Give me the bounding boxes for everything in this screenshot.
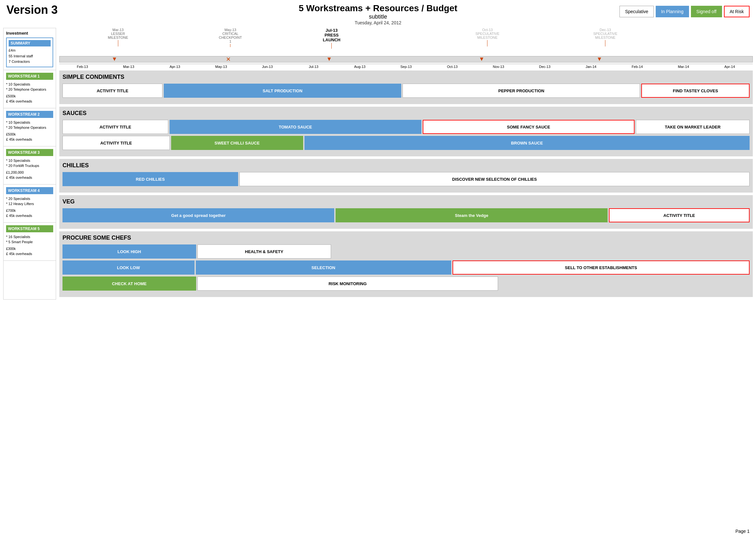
legend-in-planning[interactable]: In Planning <box>656 6 689 17</box>
ws4-bar-spread[interactable]: Get a good spread together <box>63 208 334 222</box>
ws3-budget: £1,200,000£ 45k overheads <box>6 170 53 181</box>
investment-section: Investment SUMMARY £4m55 Internal staff7… <box>4 28 56 70</box>
milestone-oct13: Oct-13SPECULATIVEMILESTONE <box>475 28 499 47</box>
ws5-row: PROCURE SOME CHEFS LOOK HIGH HEALTH & SA… <box>59 231 753 297</box>
ws4-label: WORKSTREAM 4 <box>6 187 53 194</box>
ws5-gantt-row2: LOOK LOW SELECTION SELL TO OTHER ESTABLI… <box>63 261 750 274</box>
ws5-title: PROCURE SOME CHEFS <box>63 234 750 241</box>
arrow-mar13: ▼ <box>111 56 117 62</box>
ws5-empty1 <box>332 244 750 259</box>
ws5-staff: * 16 Specialists* 5 Smart People <box>6 234 53 245</box>
ws1-bar-pepper[interactable]: PEPPER PRODUCTION <box>402 84 640 98</box>
sidebar-ws1: WORKSTREAM 1 * 10 Specialists* 20 Teleph… <box>4 70 56 108</box>
ws2-staff: * 10 Specialists* 20 Telephone Operators <box>6 120 53 130</box>
legend-signed-off[interactable]: Signed off <box>691 6 722 17</box>
ws2-bar-brown[interactable]: BROWN SAUCE <box>305 136 750 150</box>
ws3-bar-discover[interactable]: DISCOVER NEW SELECTION OF CHILLIES <box>239 172 750 186</box>
ws1-bar-cloves[interactable]: FIND TASTEY CLOVES <box>641 84 750 98</box>
milestone-mar13: Mar-13LESSERMILESTONE <box>108 28 128 47</box>
month-oct13: Oct-13 <box>429 64 475 69</box>
sidebar-ws4: WORKSTREAM 4 * 20 Specialists* 12 Heavy … <box>4 185 56 223</box>
ws3-gantt-row1: RED CHILLIES DISCOVER NEW SELECTION OF C… <box>63 172 750 186</box>
ws4-gantt-row1: Get a good spread together Steam the Ved… <box>63 208 750 222</box>
legend-speculative[interactable]: Speculative <box>619 6 653 17</box>
ws4-bar-activity[interactable]: ACTIVITY TITLE <box>609 208 750 222</box>
month-apr13: Apr-13 <box>152 64 198 69</box>
ws2-title: SAUCES <box>63 110 750 117</box>
investment-label: Investment <box>6 31 53 36</box>
ws5-empty2 <box>499 276 750 291</box>
ws5-bar-health[interactable]: HEALTH & SAFETY <box>197 244 331 259</box>
month-aug13: Aug-13 <box>337 64 383 69</box>
arrow-oct13: ▼ <box>479 56 484 62</box>
content-area: Mar-13LESSERMILESTONE May-13CRITICALCHEC… <box>59 28 753 300</box>
ws4-row: VEG Get a good spread together Steam the… <box>59 195 753 229</box>
sidebar-ws5: WORKSTREAM 5 * 16 Specialists* 5 Smart P… <box>4 223 56 261</box>
month-jul13: Jul-13 <box>290 64 337 69</box>
page: Version 3 5 Workstreams + Resources / Bu… <box>0 0 756 537</box>
ws2-bar-fancy[interactable]: SOME FANCY SAUCE <box>423 120 635 134</box>
month-sep13: Sep-13 <box>383 64 429 69</box>
month-feb13: Feb-13 <box>59 64 105 69</box>
summary-label: SUMMARY <box>9 40 51 47</box>
ws1-bar-salt[interactable]: SALT PRODUCTION <box>164 84 401 98</box>
ws4-staff: * 20 Specialists* 12 Heavy Lifters <box>6 196 53 207</box>
ws5-bar-check[interactable]: CHECK AT HOME <box>63 276 196 291</box>
ws5-bar-selection[interactable]: SELECTION <box>196 261 451 274</box>
ws5-bar-look-high[interactable]: LOOK HIGH <box>63 244 196 259</box>
header: Version 3 5 Workstreams + Resources / Bu… <box>3 3 753 25</box>
ws3-row: CHILLIES RED CHILLIES DISCOVER NEW SELEC… <box>59 159 753 192</box>
arrow-jul13: ▼ <box>326 56 332 62</box>
month-jun13: Jun-13 <box>244 64 290 69</box>
ws4-budget: £700k£ 45k overheads <box>6 208 53 219</box>
ws2-bar-activity1[interactable]: ACTIVITY TITLE <box>63 120 168 134</box>
summary-details: £4m55 Internal staff7 Contractors <box>9 48 51 65</box>
ws2-gantt-row1: ACTIVITY TITLE TOMATO SAUCE SOME FANCY S… <box>63 120 750 134</box>
ws5-gantt-row1: LOOK HIGH HEALTH & SAFETY <box>63 244 750 259</box>
ws5-gantt-row3: CHECK AT HOME RISK MONITORING <box>63 276 750 291</box>
ws1-label: WORKSTREAM 1 <box>6 73 53 80</box>
ws5-label: WORKSTREAM 5 <box>6 225 53 232</box>
month-may13: May-13 <box>198 64 244 69</box>
milestone-jul13: Jul-13PRESSLAUNCH <box>323 28 340 49</box>
ws3-staff: * 10 Specialists* 20 Forklift Truckups <box>6 158 53 169</box>
ws2-row: SAUCES ACTIVITY TITLE TOMATO SAUCE SOME … <box>59 107 753 156</box>
ws3-bar-red-chillies[interactable]: RED CHILLIES <box>63 172 238 186</box>
ws2-bar-activity2[interactable]: ACTIVITY TITLE <box>63 136 170 150</box>
ws1-staff: * 10 Specialists* 20 Telephone Operators <box>6 82 53 92</box>
ws1-bar-activity[interactable]: ACTIVITY TITLE <box>63 84 162 98</box>
month-feb14: Feb-14 <box>614 64 660 69</box>
ws1-title: SIMPLE CONDIMENTS <box>63 74 750 80</box>
ws4-title: VEG <box>63 198 750 205</box>
arrow-dec13: ▼ <box>597 56 603 62</box>
legend-at-risk[interactable]: At Risk <box>724 6 750 17</box>
milestone-may13: May-13CRITICALCHECKPOINT1 <box>219 28 242 48</box>
ws1-budget: £500k£ 45k overheads <box>6 94 53 104</box>
month-mar14: Mar-14 <box>660 64 706 69</box>
month-mar13: Mar-13 <box>105 64 151 69</box>
ws2-gantt-row2: ACTIVITY TITLE SWEET CHILLI SAUCE BROWN … <box>63 136 750 150</box>
month-apr14: Apr-14 <box>707 64 753 69</box>
arrow-may13: ✕ <box>226 56 231 63</box>
ws2-budget: £500k£ 45k overheads <box>6 132 53 142</box>
sidebar-ws3: WORKSTREAM 3 * 10 Specialists* 20 Forkli… <box>4 146 56 185</box>
main-layout: Investment SUMMARY £4m55 Internal staff7… <box>3 28 753 300</box>
milestone-dec13: Dec-13SPECULATIVEMILESTONE <box>593 28 617 47</box>
ws5-bar-sell[interactable]: SELL TO OTHER ESTABLISHMENTS <box>452 261 750 274</box>
ws1-row: SIMPLE CONDIMENTS ACTIVITY TITLE SALT PR… <box>59 70 753 104</box>
ws5-budget: £300k£ 45k overheads <box>6 246 53 257</box>
ws4-bar-steam[interactable]: Steam the Vedge <box>336 208 607 222</box>
legend: Speculative In Planning Signed off At Ri… <box>619 6 750 17</box>
ws5-bar-risk[interactable]: RISK MONITORING <box>197 276 498 291</box>
ws2-bar-tomato[interactable]: TOMATO SAUCE <box>170 120 421 134</box>
header-date: Tuesday, April 24, 2012 <box>3 20 753 25</box>
months-row: Feb-13 Mar-13 Apr-13 May-13 Jun-13 Jul-1… <box>59 64 753 69</box>
ws3-title: CHILLIES <box>63 162 750 169</box>
ws1-gantt-row1: ACTIVITY TITLE SALT PRODUCTION PEPPER PR… <box>63 84 750 98</box>
ws2-bar-sweet[interactable]: SWEET CHILLI SAUCE <box>171 136 303 150</box>
ws2-bar-market[interactable]: TAKE ON MARKET LEADER <box>636 120 750 134</box>
page-number: Page 1 <box>735 529 750 534</box>
version-label: Version 3 <box>6 3 58 17</box>
sidebar-ws2: WORKSTREAM 2 * 10 Specialists* 20 Teleph… <box>4 108 56 146</box>
ws5-bar-look-low[interactable]: LOOK LOW <box>63 261 194 274</box>
